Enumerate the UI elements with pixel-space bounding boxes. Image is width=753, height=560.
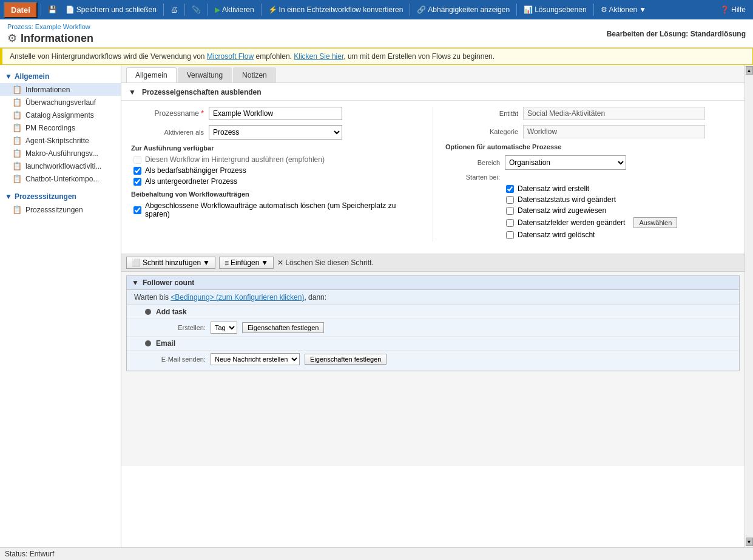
warning-text-before: Anstelle von Hintergrundworkflows wird d… [10,52,207,61]
recordings-icon: 📋 [12,123,22,132]
sidebar-item-informationen[interactable]: 📋 Informationen [0,83,121,96]
attach-button[interactable]: 📎 [188,4,204,16]
breadcrumb[interactable]: Prozess: Example Workflow [7,23,93,30]
trigger-deleted-label: Datensatz wird gelöscht [518,231,595,239]
info-icon: 📋 [12,85,22,94]
tab-notizen[interactable]: Notizen [233,67,276,83]
tab-verwaltung[interactable]: Verwaltung [178,67,232,83]
insert-icon: ≡ [225,258,229,267]
insert-chevron-icon: ▼ [261,258,268,267]
child-process-checkbox[interactable] [133,178,141,186]
sidebar-item-agent-skriptschritte[interactable]: 📋 Agent-Skriptschritte [0,134,121,147]
step-header[interactable]: ▼ Follower count [127,276,739,290]
activate-as-select[interactable]: Prozess [209,125,342,140]
help-icon: ❓ [720,5,729,14]
retention-checkbox[interactable] [133,206,141,214]
step-expand-icon: ▼ [132,278,139,287]
sidebar-item-prozesssitzungen[interactable]: 📋 Prozesssitzungen [0,203,121,216]
print-button[interactable]: 🖨 [167,4,181,16]
chatbot-icon: 📋 [12,174,22,183]
click-here-link[interactable]: Klicken Sie hier [294,52,343,61]
section-collapse-icon: ▼ [129,88,136,96]
category-label: Kategorie [445,128,518,135]
launch-icon: 📋 [12,161,22,170]
separator-8 [593,4,594,16]
action-2-send-select[interactable]: Neue Nachricht erstellen [211,353,300,365]
sidebar-item-launchworkflow[interactable]: 📋 launchworkflowactiviti... [0,160,121,172]
content-area: Allgemein Verwaltung Notizen ▼ Prozessei… [121,65,745,547]
retention-title: Beibehaltung von Workflowaufträgen [131,191,420,198]
action-2-properties-button[interactable]: Eigenschaften festlegen [305,354,387,365]
action-bullet-1 [145,309,151,315]
help-button[interactable]: ❓ Hilfe [717,4,749,16]
process-sessions-collapse-icon: ▼ [5,192,12,201]
process-header: Prozess: Example Workflow ⚙ Informatione… [0,19,753,48]
auswahlen-button[interactable]: Auswählen [633,217,677,228]
status-bar: Status: Entwurf [0,547,753,560]
trigger-row-2: Datensatzstatus wird geändert [506,195,735,204]
catalog-icon: 📋 [12,110,22,120]
sidebar-section-general[interactable]: ▼ Allgemein [0,70,121,83]
dependencies-button[interactable]: 🔗 Abhängigkeiten anzeigen [413,4,513,16]
steps-empty-space [121,375,745,466]
step-name: Follower count [143,278,194,287]
entity-label: Entität [445,110,518,117]
convert-button[interactable]: ⚡ In einen Echtzeitworkflow konvertieren [265,4,407,16]
separator-3 [184,4,185,16]
agent-icon: 📋 [12,136,22,145]
ondemand-process-checkbox[interactable] [133,167,141,175]
trigger-fields-label: Datensatzfelder werden geändert [518,218,625,227]
availability-title: Zur Ausführung verfügbar [131,144,420,152]
process-name-row: Prozessname * [131,107,420,120]
sidebar-section-process-sessions[interactable]: ▼ Prozesssitzungen [0,190,121,203]
sidebar-item-pm-recordings[interactable]: 📋 PM Recordings [0,121,121,134]
action-1-properties-button[interactable]: Eigenschaften festlegen [242,322,324,333]
scope-row: Bereich Organisation [445,155,735,170]
add-step-button[interactable]: ⬜ Schritt hinzufügen ▼ [126,257,215,269]
activate-button[interactable]: ▶ Aktivieren [211,4,258,16]
scope-select[interactable]: Organisation [505,155,626,170]
sidebar-item-chatbot[interactable]: 📋 Chatbot-Unterkompo... [0,172,121,185]
process-name-input[interactable] [209,107,342,120]
main-toolbar: Datei 💾 📄 Speichern und schließen 🖨 📎 ▶ … [0,0,753,19]
save-close-button[interactable]: 📄 Speichern und schließen [62,4,160,16]
retention-label: Abgeschlossene Workflowaufträge automati… [145,201,420,218]
section-header[interactable]: ▼ Prozesseigenschaften ausblenden [121,83,745,101]
form-content: ▼ Prozesseigenschaften ausblenden Prozes… [121,83,745,547]
condition-config-link[interactable]: <Bedingung> (zum Konfigurieren klicken) [171,293,304,302]
background-workflow-checkbox[interactable] [133,156,141,164]
checkbox-ondemand-row: Als bedarfsabhängiger Prozess [131,166,420,175]
trigger-status-checkbox[interactable] [506,196,514,204]
action-2-name: Email [156,339,734,348]
microsoft-flow-link[interactable]: Microsoft Flow [207,52,254,61]
trigger-created-checkbox[interactable] [506,185,514,193]
page-title: Informationen [21,32,93,45]
datei-button[interactable]: Datei [4,2,38,18]
save-icon[interactable]: 💾 [44,4,61,16]
save-disk-icon: 💾 [48,5,57,14]
trigger-assigned-label: Datensatz wird zugewiesen [518,206,606,215]
trigger-deleted-checkbox[interactable] [506,231,514,239]
checkbox-background-row: Diesen Workflow im Hintergrund ausführen… [131,155,420,164]
tab-allgemein[interactable]: Allgemein [126,67,177,83]
scrollbar[interactable]: ▲ ▼ [745,65,753,547]
solution-levels-button[interactable]: 📊 Lösungsebenen [520,4,590,16]
trigger-fields-checkbox[interactable] [506,219,514,227]
insert-step-button[interactable]: ≡ Einfügen ▼ [219,257,274,269]
separator-6 [410,4,410,16]
scroll-down-button[interactable]: ▼ [746,538,753,546]
trigger-assigned-checkbox[interactable] [506,207,514,215]
delete-step-button[interactable]: ✕ Löschen Sie diesen Schritt. [277,258,373,267]
save-close-icon: 📄 [66,5,75,14]
sidebar-item-catalog-assignments[interactable]: 📋 Catalog Assignments [0,109,121,121]
warning-text-middle: empfohlen. [254,52,294,61]
action-1-name: Add task [156,308,734,316]
scroll-up-button[interactable]: ▲ [746,66,753,75]
retention-row: Abgeschlossene Workflowaufträge automati… [131,201,420,218]
step-action-2-detail: E-Mail senden: Neue Nachricht erstellen … [127,351,739,371]
action-1-create-select[interactable]: Tag [211,322,237,334]
actions-button[interactable]: ⚙ Aktionen ▼ [597,4,650,16]
sidebar-item-makro[interactable]: 📋 Makro-Ausführungsv... [0,147,121,160]
process-name-label: Prozessname * [131,109,204,118]
sidebar-item-ueberwachungsverlauf[interactable]: 📋 Überwachungsverlauf [0,96,121,109]
